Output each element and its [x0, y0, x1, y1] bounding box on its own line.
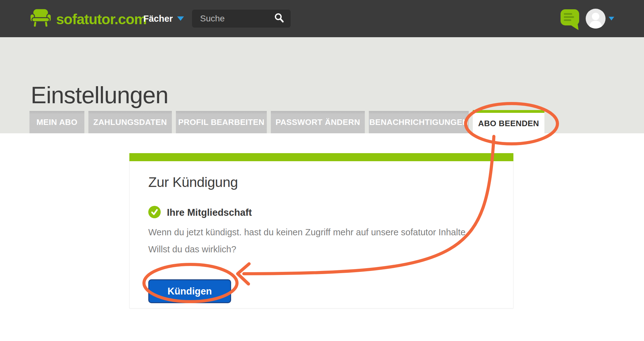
- top-navbar: sofatutor.com Fächer: [0, 0, 644, 37]
- search-box: [192, 10, 291, 28]
- tab-benachrichtigungen[interactable]: BENACHRICHTIGUNGEN: [369, 111, 469, 133]
- sofa-logo-icon: [29, 7, 52, 31]
- settings-tabs: MEIN ABO ZAHLUNGSDATEN PROFIL BEARBEITEN…: [29, 111, 544, 141]
- search-input[interactable]: [192, 14, 274, 24]
- tab-mein-abo[interactable]: MEIN ABO: [29, 111, 84, 133]
- card-title: Zur Kündigung: [148, 174, 494, 190]
- card-top-accent: [129, 153, 513, 161]
- avatar-chevron-icon[interactable]: [609, 17, 614, 20]
- page-title: Einstellungen: [31, 82, 168, 108]
- membership-row: Ihre Mitgliedschaft: [148, 206, 494, 219]
- brand-name: sofatutor.com: [56, 11, 146, 28]
- tab-passwort-aendern[interactable]: PASSWORT ÄNDERN: [271, 111, 365, 133]
- tab-profil-bearbeiten[interactable]: PROFIL BEARBEITEN: [176, 111, 267, 133]
- chat-bubble-icon[interactable]: [560, 9, 581, 32]
- search-icon[interactable]: [274, 13, 284, 24]
- tab-abo-beenden[interactable]: ABO BEENDEN: [473, 110, 544, 141]
- cancellation-body-text: Wenn du jetzt kündigst. hast du keinen Z…: [148, 224, 482, 258]
- subjects-menu[interactable]: Fächer: [143, 0, 184, 37]
- membership-label: Ihre Mitgliedschaft: [167, 207, 252, 218]
- settings-page: sofatutor.com Fächer: [0, 0, 644, 341]
- avatar[interactable]: [586, 9, 606, 29]
- chevron-down-icon: [177, 16, 184, 21]
- cancel-subscription-button[interactable]: Kündigen: [148, 279, 231, 303]
- cancellation-card: Zur Kündigung Ihre Mitgliedschaft Wenn d…: [129, 153, 513, 308]
- brand-logo[interactable]: sofatutor.com: [29, 7, 146, 31]
- subjects-menu-label: Fächer: [143, 14, 173, 24]
- tab-zahlungsdaten[interactable]: ZAHLUNGSDATEN: [88, 111, 172, 133]
- check-circle-icon: [148, 206, 161, 219]
